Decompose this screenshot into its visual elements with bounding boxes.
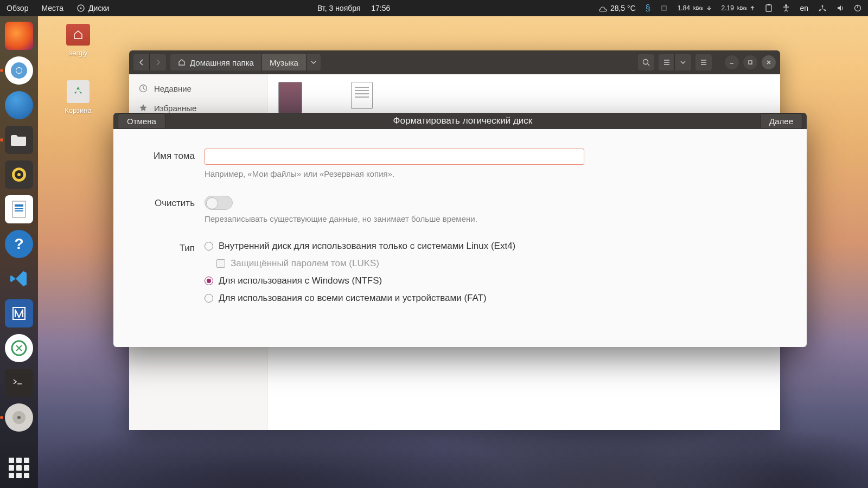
view-dropdown-button[interactable] (675, 54, 691, 70)
back-button[interactable] (133, 54, 150, 70)
dock-help[interactable]: ? (5, 230, 33, 258)
radio-icon (205, 242, 213, 251)
document-icon (11, 200, 27, 219)
app-menu-label: Диски (88, 4, 109, 12)
dock-libreoffice[interactable] (5, 195, 33, 223)
desktop-trash[interactable]: Корзина (56, 80, 100, 114)
clipboard-icon (765, 4, 773, 12)
activities-button[interactable]: Обзор (7, 4, 28, 12)
places-button[interactable]: Места (41, 4, 63, 12)
virtualbox-icon (11, 305, 27, 322)
checkbox-icon (216, 259, 225, 268)
svg-point-15 (17, 173, 21, 176)
erase-switch[interactable] (205, 196, 233, 210)
files-header: Домашняя папка Музыка (129, 50, 780, 74)
hamburger-icon (700, 59, 707, 66)
type-label: Тип (139, 241, 205, 254)
weather-indicator[interactable]: 28,5 °C (598, 4, 636, 12)
forward-button[interactable] (150, 54, 166, 70)
erase-helper: Перезаписывать существующие данные, но з… (205, 214, 584, 223)
accessibility-indicator[interactable] (782, 4, 790, 12)
help-icon: ? (14, 235, 23, 253)
path-home[interactable]: Домашняя папка (170, 54, 262, 70)
radio-ext4[interactable]: Внутренний диск для использования только… (205, 241, 781, 252)
view-list-button[interactable] (659, 54, 675, 70)
power-icon (854, 4, 861, 12)
arrow-down-icon (706, 5, 712, 11)
sidebar-recent[interactable]: Недавние (129, 79, 267, 98)
clipboard-indicator[interactable] (765, 4, 773, 12)
dock-vscode[interactable] (5, 265, 33, 293)
svg-rect-17 (15, 204, 23, 207)
power-indicator[interactable] (854, 4, 861, 12)
checkbox-luks[interactable]: Защищённый паролем том (LUKS) (205, 258, 781, 269)
dock-firefox[interactable] (5, 22, 33, 50)
next-button[interactable]: Далее (760, 113, 802, 129)
net-down-indicator[interactable]: 1.84kB/s (678, 4, 712, 12)
svg-point-12 (16, 68, 22, 73)
maximize-button[interactable] (743, 55, 757, 69)
search-button[interactable] (638, 54, 654, 70)
desktop-home[interactable]: sergiy (56, 24, 100, 57)
svg-point-25 (643, 60, 648, 65)
top-panel: Обзор Места Диски Вт, 3 ноября 17:56 28,… (0, 0, 868, 16)
cover-thumbnail (278, 82, 302, 113)
svg-rect-18 (15, 208, 23, 209)
dialog-header: Отмена Форматировать логический диск Дал… (113, 113, 807, 129)
chromium-icon (10, 61, 28, 80)
radio-ntfs[interactable]: Для использования с Windows (NTFS) (205, 275, 781, 286)
hamburger-button[interactable] (695, 54, 712, 70)
star-icon (139, 104, 148, 112)
volume-indicator[interactable] (837, 4, 844, 12)
dock-chromium[interactable] (5, 56, 33, 85)
weather-icon (598, 4, 607, 12)
chevron-down-icon (311, 60, 316, 65)
folder-icon (11, 133, 27, 147)
desktop-home-label: sergiy (56, 49, 100, 57)
home-icon (73, 30, 83, 40)
radio-icon (205, 294, 213, 303)
dock-virtualbox[interactable] (5, 299, 33, 328)
home-icon (178, 59, 186, 66)
net-up-value: 2.19 (722, 4, 734, 12)
file-cover[interactable] (278, 82, 302, 113)
close-button[interactable] (762, 55, 776, 69)
text-file-icon (351, 82, 373, 109)
volume-name-label: Имя тома (139, 149, 205, 162)
checkbox-luks-label: Защищённый паролем том (LUKS) (231, 258, 379, 269)
dock-thunderbird[interactable] (5, 91, 33, 119)
cancel-button[interactable]: Отмена (118, 113, 165, 129)
dock-rhythmbox[interactable] (5, 160, 33, 189)
minimize-icon (729, 60, 735, 65)
terminal-icon (11, 376, 27, 390)
volume-name-input[interactable] (205, 149, 584, 165)
svg-rect-19 (15, 210, 23, 211)
speaker-icon (11, 166, 27, 183)
list-icon (663, 59, 671, 66)
search-icon (642, 59, 650, 66)
maximize-icon (748, 60, 753, 65)
workspace-indicator[interactable]: § (646, 3, 650, 13)
dock-disks[interactable] (5, 403, 33, 432)
minimize-button[interactable] (725, 55, 739, 69)
cpu-indicator[interactable] (660, 4, 668, 12)
path-dropdown[interactable] (307, 60, 321, 65)
radio-fat[interactable]: Для использования со всеми системами и у… (205, 293, 781, 304)
radio-ntfs-label: Для использования с Windows (NTFS) (219, 275, 382, 286)
dock-remmina[interactable] (5, 334, 33, 362)
network-indicator[interactable] (818, 4, 827, 12)
net-up-indicator[interactable]: 2.19kB/s (722, 4, 756, 12)
desktop-trash-label: Корзина (56, 106, 100, 114)
chevron-down-icon (680, 60, 686, 65)
dock-terminal[interactable] (5, 369, 33, 397)
time-label: 17:56 (371, 4, 390, 12)
dock-files[interactable] (5, 126, 33, 154)
nav-buttons (133, 54, 166, 70)
keyboard-layout[interactable]: en (800, 4, 808, 12)
clock-area[interactable]: Вт, 3 ноября 17:56 (317, 4, 390, 12)
show-applications-button[interactable] (9, 458, 29, 478)
app-menu-button[interactable]: Диски (76, 4, 109, 12)
file-text[interactable] (351, 82, 373, 109)
path-music[interactable]: Музыка (262, 54, 307, 70)
remmina-icon (11, 340, 27, 356)
